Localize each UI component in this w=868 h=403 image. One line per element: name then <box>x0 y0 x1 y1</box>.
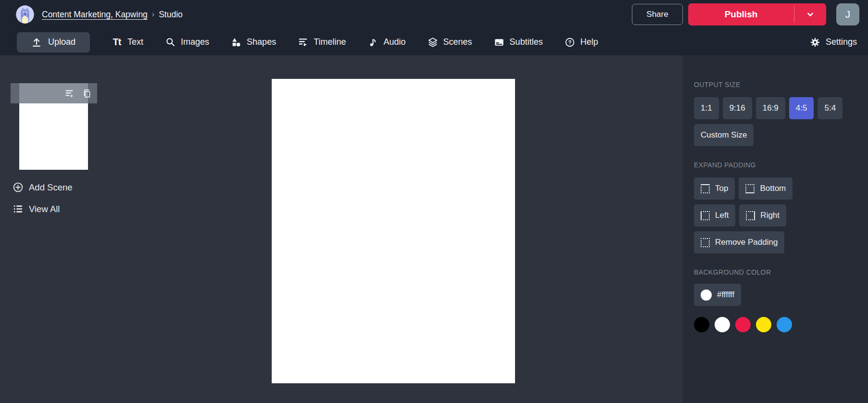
gear-icon <box>810 37 820 48</box>
editor-canvas[interactable] <box>272 79 515 383</box>
current-color-swatch <box>701 290 712 301</box>
padding-bottom-icon <box>745 184 755 193</box>
toolbar-item-label: Help <box>580 37 598 47</box>
background-color-heading: BACKGROUND COLOR <box>694 268 858 276</box>
upload-icon <box>31 37 42 48</box>
remove-padding-button[interactable]: Remove Padding <box>694 231 784 253</box>
publish-dropdown-button[interactable] <box>794 3 826 25</box>
padding-right-label: Right <box>760 211 780 220</box>
toolbar: Upload Tt Text Images Shapes Timeline <box>0 29 868 55</box>
padding-right-button[interactable]: Right <box>739 204 786 227</box>
shapes-icon <box>231 37 241 48</box>
swatch-white[interactable] <box>715 317 730 332</box>
audio-icon <box>368 37 378 48</box>
timeline-icon <box>298 37 308 48</box>
toolbar-item-subtitles[interactable]: Subtitles <box>494 37 543 48</box>
padding-left-icon <box>701 211 710 220</box>
publish-label[interactable]: Publish <box>688 3 794 25</box>
toolbar-item-settings[interactable]: Settings <box>810 37 857 48</box>
scene-rail: Add Scene View All <box>0 55 111 403</box>
chevron-down-icon <box>805 10 815 19</box>
duplicate-scene-icon[interactable] <box>81 88 91 99</box>
toolbar-item-label: Settings <box>826 37 857 47</box>
padding-left-button[interactable]: Left <box>694 204 735 227</box>
swatch-black[interactable] <box>694 317 709 332</box>
toolbar-item-label: Text <box>127 37 143 47</box>
padding-bottom-label: Bottom <box>760 184 786 193</box>
view-all-button[interactable]: View All <box>13 203 60 214</box>
toolbar-item-audio[interactable]: Audio <box>368 37 406 48</box>
ratio-button-9-16[interactable]: 9:16 <box>723 97 752 119</box>
text-icon: Tt <box>112 37 122 48</box>
ratio-button-4-5[interactable]: 4:5 <box>789 97 814 119</box>
ratio-button-row: 1:1 9:16 16:9 4:5 5:4 <box>694 97 858 119</box>
breadcrumb-current: Studio <box>159 10 183 20</box>
toolbar-item-timeline[interactable]: Timeline <box>298 37 346 48</box>
add-scene-label: Add Scene <box>29 182 73 193</box>
expand-padding-heading: EXPAND PADDING <box>694 161 858 169</box>
workspace-avatar[interactable] <box>16 5 34 24</box>
remove-padding-label: Remove Padding <box>715 238 778 247</box>
padding-left-label: Left <box>715 211 729 220</box>
breadcrumb-separator: › <box>152 10 154 19</box>
padding-bottom-button[interactable]: Bottom <box>739 177 793 200</box>
custom-size-button[interactable]: Custom Size <box>694 124 754 146</box>
plus-circle-icon <box>13 182 24 193</box>
current-color-hex-label: #ffffff <box>717 290 734 300</box>
header: Content Marketing, Kapwing › Studio Shar… <box>0 0 868 55</box>
list-icon <box>13 203 24 214</box>
padding-top-label: Top <box>715 184 728 193</box>
toolbar-item-label: Scenes <box>443 37 472 47</box>
toolbar-item-label: Audio <box>384 37 406 47</box>
settings-sidebar: OUTPUT SIZE 1:1 9:16 16:9 4:5 5:4 Custom… <box>683 55 868 403</box>
scene-hover-toolbar <box>11 83 97 103</box>
swatch-red[interactable] <box>735 317 751 332</box>
view-all-label: View All <box>29 204 60 214</box>
toolbar-item-label: Upload <box>48 37 75 47</box>
toolbar-item-label: Subtitles <box>510 37 543 47</box>
scenes-icon <box>428 37 438 48</box>
cat-avatar-icon <box>16 5 34 24</box>
subtitles-icon <box>494 37 504 48</box>
breadcrumb-project-link[interactable]: Content Marketing, Kapwing <box>42 10 148 20</box>
toolbar-item-label: Timeline <box>314 37 346 47</box>
toolbar-item-label: Shapes <box>247 37 276 47</box>
help-icon: ? <box>565 37 575 48</box>
toolbar-item-label: Images <box>181 37 209 47</box>
top-bar: Content Marketing, Kapwing › Studio Shar… <box>0 0 868 29</box>
breadcrumb: Content Marketing, Kapwing › Studio <box>42 10 183 20</box>
ratio-button-16-9[interactable]: 16:9 <box>756 97 785 119</box>
scene-timeline-icon[interactable] <box>64 88 75 99</box>
remove-padding-icon <box>701 238 710 247</box>
toolbar-item-scenes[interactable]: Scenes <box>428 37 472 48</box>
background-color-picker-button[interactable]: #ffffff <box>694 284 741 306</box>
user-initial: J <box>845 9 850 20</box>
toolbar-item-shapes[interactable]: Shapes <box>231 37 276 48</box>
swatch-blue[interactable] <box>777 317 792 332</box>
toolbar-item-help[interactable]: ? Help <box>565 37 598 48</box>
scene-thumbnail-item[interactable] <box>11 83 97 170</box>
search-icon <box>165 37 176 48</box>
user-avatar[interactable]: J <box>836 3 859 25</box>
ratio-button-5-4[interactable]: 5:4 <box>818 97 843 119</box>
svg-text:?: ? <box>568 39 571 45</box>
output-size-heading: OUTPUT SIZE <box>694 81 858 88</box>
share-button[interactable]: Share <box>632 4 683 25</box>
toolbar-item-images[interactable]: Images <box>165 37 209 48</box>
toolbar-item-text[interactable]: Tt Text <box>112 37 143 48</box>
ratio-button-1-1[interactable]: 1:1 <box>694 97 719 119</box>
color-swatch-row <box>694 317 858 332</box>
toolbar-item-upload[interactable]: Upload <box>17 32 90 52</box>
swatch-yellow[interactable] <box>756 317 771 332</box>
padding-right-icon <box>746 211 755 220</box>
publish-button[interactable]: Publish <box>688 3 826 25</box>
add-scene-button[interactable]: Add Scene <box>13 182 73 193</box>
padding-top-button[interactable]: Top <box>694 177 735 200</box>
padding-top-icon <box>701 184 710 193</box>
